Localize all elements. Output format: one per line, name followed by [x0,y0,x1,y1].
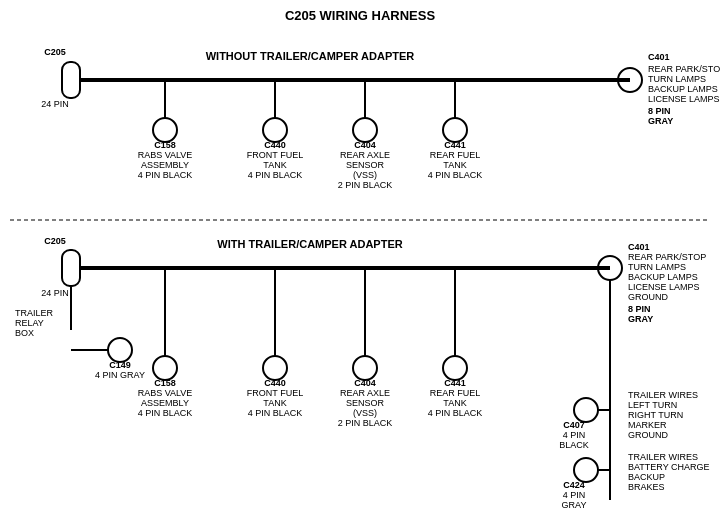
s2-c424-connector [574,458,598,482]
svg-text:BACKUP LAMPS: BACKUP LAMPS [648,84,718,94]
svg-text:4 PIN: 4 PIN [563,490,586,500]
svg-text:BRAKES: BRAKES [628,482,665,492]
svg-text:C158: C158 [154,140,176,150]
svg-text:TANK: TANK [443,398,466,408]
svg-text:TRAILER WIRES: TRAILER WIRES [628,452,698,462]
s2-c149-connector [108,338,132,362]
svg-text:ASSEMBLY: ASSEMBLY [141,160,189,170]
svg-text:BACKUP LAMPS: BACKUP LAMPS [628,272,698,282]
svg-text:24 PIN: 24 PIN [41,288,69,298]
svg-text:REAR PARK/STOP: REAR PARK/STOP [648,64,720,74]
svg-text:C401: C401 [648,52,670,62]
svg-text:GROUND: GROUND [628,292,668,302]
svg-text:MARKER: MARKER [628,420,667,430]
svg-text:REAR AXLE: REAR AXLE [340,150,390,160]
svg-text:BACKUP: BACKUP [628,472,665,482]
s1-c404-connector [353,118,377,142]
section2-left-connector [62,250,80,286]
svg-text:C404: C404 [354,378,376,388]
s2-c440-connector [263,356,287,380]
s1-c158-connector [153,118,177,142]
s2-c404-connector [353,356,377,380]
svg-text:C424: C424 [563,480,585,490]
svg-text:BLACK: BLACK [559,440,589,450]
svg-text:REAR FUEL: REAR FUEL [430,150,481,160]
svg-text:C158: C158 [154,378,176,388]
svg-text:C149: C149 [109,360,131,370]
wiring-diagram: C205 WIRING HARNESS WITHOUT TRAILER/CAMP… [0,0,720,517]
svg-text:RABS VALVE: RABS VALVE [138,150,193,160]
svg-text:4 PIN BLACK: 4 PIN BLACK [428,408,483,418]
svg-text:ASSEMBLY: ASSEMBLY [141,398,189,408]
page-title: C205 WIRING HARNESS [285,8,436,23]
svg-text:2 PIN BLACK: 2 PIN BLACK [338,180,393,190]
svg-text:LICENSE LAMPS: LICENSE LAMPS [648,94,720,104]
section1-label: WITHOUT TRAILER/CAMPER ADAPTER [206,50,415,62]
svg-text:(VSS): (VSS) [353,408,377,418]
svg-text:C441: C441 [444,140,466,150]
svg-text:REAR PARK/STOP: REAR PARK/STOP [628,252,706,262]
svg-text:8 PIN: 8 PIN [648,106,671,116]
svg-text:C407: C407 [563,420,585,430]
svg-text:LICENSE LAMPS: LICENSE LAMPS [628,282,700,292]
svg-text:C440: C440 [264,140,286,150]
svg-text:4 PIN BLACK: 4 PIN BLACK [138,408,193,418]
svg-text:C205: C205 [44,236,66,246]
svg-text:GRAY: GRAY [562,500,587,510]
svg-text:4 PIN BLACK: 4 PIN BLACK [138,170,193,180]
svg-text:C441: C441 [444,378,466,388]
s2-c407-connector [574,398,598,422]
svg-text:C404: C404 [354,140,376,150]
svg-text:FRONT FUEL: FRONT FUEL [247,150,303,160]
svg-text:SENSOR: SENSOR [346,160,385,170]
svg-text:TANK: TANK [263,160,286,170]
svg-text:4 PIN BLACK: 4 PIN BLACK [428,170,483,180]
svg-text:4 PIN BLACK: 4 PIN BLACK [248,170,303,180]
svg-text:TRAILER WIRES: TRAILER WIRES [628,390,698,400]
svg-text:TANK: TANK [263,398,286,408]
svg-text:C440: C440 [264,378,286,388]
svg-text:RELAY: RELAY [15,318,44,328]
s1-c441-connector [443,118,467,142]
svg-text:LEFT TURN: LEFT TURN [628,400,677,410]
svg-text:TURN LAMPS: TURN LAMPS [628,262,686,272]
svg-text:RIGHT TURN: RIGHT TURN [628,410,683,420]
svg-text:FRONT FUEL: FRONT FUEL [247,388,303,398]
svg-text:2 PIN BLACK: 2 PIN BLACK [338,418,393,428]
svg-text:GRAY: GRAY [628,314,653,324]
svg-text:RABS VALVE: RABS VALVE [138,388,193,398]
svg-text:TRAILER: TRAILER [15,308,54,318]
s2-c158-connector [153,356,177,380]
svg-text:BOX: BOX [15,328,34,338]
svg-text:REAR FUEL: REAR FUEL [430,388,481,398]
svg-text:4 PIN: 4 PIN [563,430,586,440]
svg-text:TURN LAMPS: TURN LAMPS [648,74,706,84]
svg-text:BATTERY CHARGE: BATTERY CHARGE [628,462,710,472]
section1-left-connector [62,62,80,98]
svg-text:SENSOR: SENSOR [346,398,385,408]
s1-c440-connector [263,118,287,142]
svg-text:C401: C401 [628,242,650,252]
s2-c441-connector [443,356,467,380]
svg-text:8 PIN: 8 PIN [628,304,651,314]
svg-text:TANK: TANK [443,160,466,170]
svg-text:C205: C205 [44,47,66,57]
svg-text:GRAY: GRAY [648,116,673,126]
svg-text:GROUND: GROUND [628,430,668,440]
svg-text:REAR AXLE: REAR AXLE [340,388,390,398]
svg-text:24 PIN: 24 PIN [41,99,69,109]
section2-label: WITH TRAILER/CAMPER ADAPTER [217,238,402,250]
svg-text:4 PIN GRAY: 4 PIN GRAY [95,370,145,380]
svg-text:(VSS): (VSS) [353,170,377,180]
svg-text:4 PIN BLACK: 4 PIN BLACK [248,408,303,418]
